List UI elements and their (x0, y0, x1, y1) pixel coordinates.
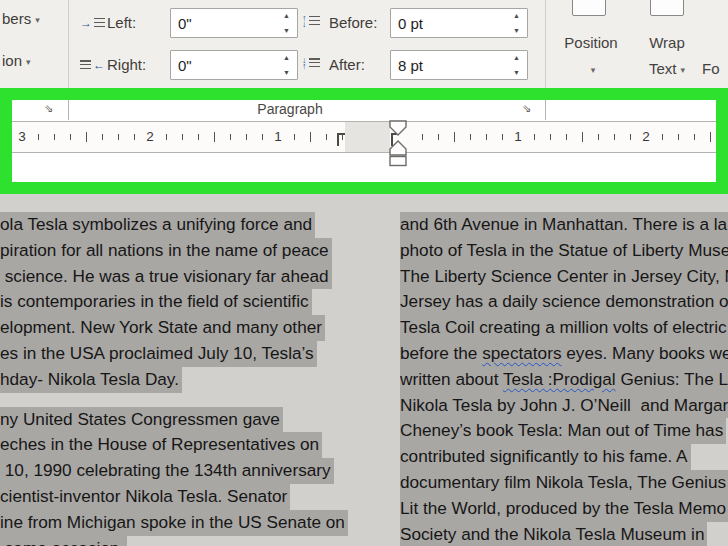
indent-right-icon: ← (80, 58, 105, 72)
indent-right-field[interactable]: 0" (170, 50, 298, 80)
text-segment: documentary film Nikola Tesla, The Geniu… (400, 472, 726, 492)
spin-up-icon[interactable] (279, 9, 297, 23)
text-segment: cientist-inventor Nikola Tesla. Senator (0, 486, 287, 506)
ruler-tick (54, 134, 55, 140)
selection-highlight: contributed significantly to his fame. A (400, 444, 691, 470)
text-segment: es in the USA proclaimed July 10, Tesla’… (0, 343, 314, 363)
text-line[interactable]: eches in the House of Representatives on (0, 432, 354, 458)
spin-down-icon[interactable] (279, 65, 297, 79)
text-segment: The Liberty Science Center in Jersey Cit… (400, 266, 728, 286)
group-separator (545, 100, 546, 120)
text-line[interactable]: same occasion. (0, 536, 354, 546)
position-button[interactable]: Position (558, 34, 624, 51)
ruler-tick (502, 134, 503, 140)
text-line[interactable]: written about Tesla :Prodigal Genius: Th… (400, 367, 728, 393)
text-line[interactable]: Nikola Tesla by John J. O’Neill and Marg… (400, 393, 728, 419)
chevron-down-icon: ▾ (591, 65, 596, 75)
indent-markers[interactable] (386, 120, 412, 168)
document-page[interactable]: ola Tesla symbolizes a unifying force an… (0, 194, 728, 546)
wrap-text-button[interactable]: Wrap (638, 34, 696, 51)
text-segment: ola Tesla symbolizes a unifying force an… (0, 214, 312, 234)
first-line-indent-marker (390, 121, 406, 135)
text-line[interactable]: science. He was a true visionary far ahe… (0, 264, 354, 290)
text-segment: Society and the Nikola Tesla Museum in (400, 524, 704, 544)
horizontal-ruler[interactable]: 32112 (12, 121, 716, 153)
text-line[interactable]: Jersey has a daily science demonstration… (400, 289, 728, 315)
spin-up-icon[interactable] (509, 9, 527, 23)
ruler-tick (246, 134, 247, 140)
page-setup-dialog-launcher-icon[interactable] (44, 102, 57, 115)
left-text-column[interactable]: ola Tesla symbolizes a unifying force an… (0, 212, 354, 546)
group-separator (68, 100, 69, 120)
selection-highlight: photo of Tesla in the Statue of Liberty … (400, 238, 728, 264)
spacing-before-field[interactable]: 0 pt (390, 8, 528, 38)
ruler-tick (550, 134, 551, 140)
ruler-tick (326, 134, 327, 140)
text-line[interactable]: is contemporaries in the field of scient… (0, 289, 354, 315)
selection-highlight: Cheney’s book Tesla: Man out of Time has (400, 418, 726, 444)
text-line[interactable]: ine from Michigan spoke in the US Senate… (0, 510, 354, 536)
text-line[interactable]: es in the USA proclaimed July 10, Tesla’… (0, 341, 354, 367)
text-line[interactable]: photo of Tesla in the Statue of Liberty … (400, 238, 728, 264)
text-segment: elopment. New York State and many other (0, 317, 322, 337)
text-line[interactable]: ny United States Congressmen gave (0, 407, 354, 433)
paragraph-group-label: Paragraph (180, 101, 400, 117)
paragraph-dialog-launcher-icon[interactable] (522, 102, 535, 115)
text-line[interactable]: elopment. New York State and many other (0, 315, 354, 341)
text-line[interactable]: and 6th Avenue in Manhattan. There is a … (400, 212, 728, 238)
right-text-column[interactable]: and 6th Avenue in Manhattan. There is a … (400, 212, 728, 546)
text-line[interactable]: documentary film Nikola Tesla, The Geniu… (400, 470, 728, 496)
text-segment: Jersey has a daily science demonstration… (400, 291, 728, 311)
ruler-tick (534, 134, 535, 140)
spin-down-icon[interactable] (279, 23, 297, 37)
ribbon-layout-tab: bers▾ ion▾ → Left: 0" ← Right: 0" (0, 0, 728, 88)
spin-up-icon[interactable] (279, 51, 297, 65)
position-button-caret[interactable]: ▾ (558, 60, 624, 77)
text-segment: Nikola Tesla by John J. O’Neill and Marg… (400, 395, 728, 415)
ruler-tick (102, 134, 103, 140)
text-line[interactable]: Tesla Coil creating a million volts of e… (400, 315, 728, 341)
selection-highlight: before the spectators eyes. Many books w… (400, 341, 728, 367)
indent-left-spinner (279, 9, 297, 37)
bring-forward-button-cut[interactable]: Fo (702, 60, 720, 77)
ruler-tick (454, 132, 455, 142)
ruler-tick (230, 134, 231, 140)
ruler-tick (566, 134, 567, 140)
text-segment: and 6th Avenue in Manhattan. There is a … (400, 214, 727, 234)
hyphenation-button[interactable]: ion▾ (2, 52, 31, 69)
ruler-tick (582, 132, 583, 142)
text-line[interactable]: ola Tesla symbolizes a unifying force an… (0, 212, 354, 238)
text-segment: written about (400, 369, 503, 389)
text-line[interactable]: before the spectators eyes. Many books w… (400, 341, 728, 367)
ruler-tick (438, 134, 439, 140)
ruler-tick (470, 134, 471, 140)
text-line[interactable]: Lit the World, produced by the Tesla Mem… (400, 496, 728, 522)
text-line[interactable]: The Liberty Science Center in Jersey Cit… (400, 264, 728, 290)
ruler-tick (86, 132, 87, 142)
wrap-text-button-line2[interactable]: Text▾ (638, 60, 696, 77)
ruler-number: 2 (642, 122, 650, 152)
spin-down-icon[interactable] (509, 23, 527, 37)
indent-left-field[interactable]: 0" (170, 8, 298, 38)
text-line[interactable]: hday- Nikola Tesla Day. (0, 367, 354, 393)
ruler-tick (678, 134, 679, 140)
text-line[interactable]: 10, 1990 celebrating the 134th anniversa… (0, 458, 354, 484)
selection-highlight: Jersey has a daily science demonstration… (400, 289, 728, 315)
selection-highlight: science. He was a true visionary far ahe… (0, 264, 332, 290)
line-numbers-button[interactable]: bers▾ (2, 10, 40, 27)
ruler-tick (134, 134, 135, 140)
selection-highlight: elopment. New York State and many other (0, 315, 325, 341)
spin-down-icon[interactable] (509, 65, 527, 79)
indent-right-label: Right: (107, 56, 146, 73)
text-line[interactable]: contributed significantly to his fame. A (400, 444, 728, 470)
spacing-after-field[interactable]: 8 pt (390, 50, 528, 80)
spin-up-icon[interactable] (509, 51, 527, 65)
text-line[interactable]: Society and the Nikola Tesla Museum in (400, 522, 728, 546)
ruler-number: 1 (274, 122, 282, 152)
text-line[interactable]: piration for all nations in the name of … (0, 238, 354, 264)
word-window: bers▾ ion▾ → Left: 0" ← Right: 0" (0, 0, 728, 546)
text-line[interactable]: Cheney’s book Tesla: Man out of Time has (400, 418, 728, 444)
text-segment: 10, 1990 celebrating the 134th anniversa… (0, 460, 331, 480)
text-line[interactable]: cientist-inventor Nikola Tesla. Senator (0, 484, 354, 510)
text-segment: contributed significantly to his fame. A (400, 446, 688, 466)
